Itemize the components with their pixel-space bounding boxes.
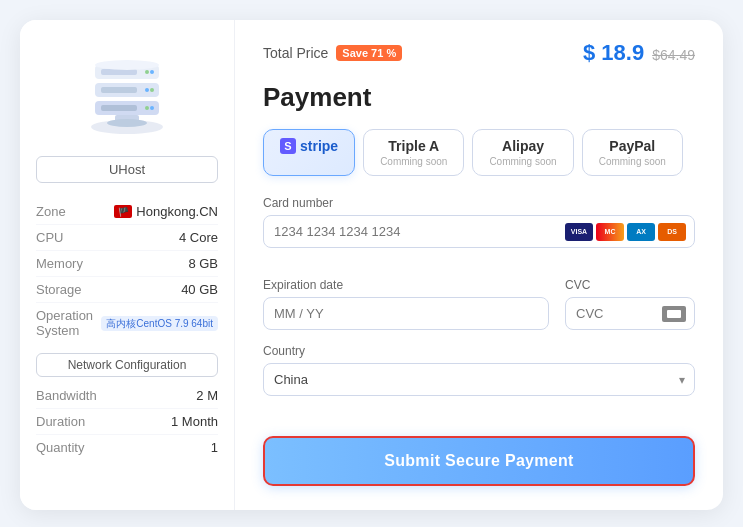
network-config-button[interactable]: Network Configuration: [36, 353, 218, 377]
price-original: $64.49: [652, 47, 695, 63]
main-card: UHost Zone 🏴 Hongkong.CN CPU 4 Core Memo…: [20, 20, 723, 510]
tab-alipay[interactable]: Alipay Comming soon: [472, 129, 573, 176]
svg-point-8: [150, 106, 154, 110]
memory-value: 8 GB: [188, 256, 218, 271]
spec-row-storage: Storage 40 GB: [36, 277, 218, 303]
zone-label: Zone: [36, 204, 66, 219]
cpu-label: CPU: [36, 230, 63, 245]
uhost-button[interactable]: UHost: [36, 156, 218, 183]
card-number-input[interactable]: [264, 216, 565, 247]
cvc-label: CVC: [565, 278, 695, 292]
svg-point-5: [145, 70, 149, 74]
mastercard-icon: MC: [596, 223, 624, 241]
hk-flag: 🏴: [114, 205, 132, 218]
card-icons: VISA MC AX DS: [565, 223, 694, 241]
server-illustration: [67, 40, 187, 140]
duration-value: 1 Month: [171, 414, 218, 429]
expiry-input[interactable]: [264, 298, 548, 329]
card-number-label: Card number: [263, 196, 695, 210]
svg-point-9: [145, 106, 149, 110]
cvc-card-icon: [662, 306, 686, 322]
tab-paypal-coming: Comming soon: [599, 156, 666, 167]
tab-stripe[interactable]: S stripe: [263, 129, 355, 176]
svg-point-6: [150, 88, 154, 92]
price-current: $ 18.9: [583, 40, 644, 66]
quantity-label: Quantity: [36, 440, 84, 455]
spec-row-os: Operation System 高内核CentOS 7.9 64bit: [36, 303, 218, 343]
expiry-cvc-row: Expiration date CVC: [263, 278, 695, 330]
country-select-wrap: China United States United Kingdom Japan…: [263, 363, 695, 396]
tab-alipay-label: Alipay: [489, 138, 556, 154]
visa-icon: VISA: [565, 223, 593, 241]
zone-value: 🏴 Hongkong.CN: [114, 204, 218, 219]
storage-label: Storage: [36, 282, 82, 297]
expiry-input-wrap: [263, 297, 549, 330]
card-number-input-wrap: VISA MC AX DS: [263, 215, 695, 248]
svg-point-15: [107, 119, 147, 127]
spec-row-cpu: CPU 4 Core: [36, 225, 218, 251]
spec-row-zone: Zone 🏴 Hongkong.CN: [36, 199, 218, 225]
expiry-group: Expiration date: [263, 278, 549, 330]
spec-row-duration: Duration 1 Month: [36, 409, 218, 435]
svg-point-4: [150, 70, 154, 74]
country-select[interactable]: China United States United Kingdom Japan…: [263, 363, 695, 396]
os-badge: 高内核CentOS 7.9 64bit: [101, 316, 218, 331]
spec-table: Zone 🏴 Hongkong.CN CPU 4 Core Memory 8 G…: [36, 199, 218, 343]
left-panel: UHost Zone 🏴 Hongkong.CN CPU 4 Core Memo…: [20, 20, 235, 510]
cvc-group: CVC: [565, 278, 695, 330]
cpu-value: 4 Core: [179, 230, 218, 245]
country-group: Country China United States United Kingd…: [263, 344, 695, 412]
svg-point-13: [95, 60, 159, 70]
bandwidth-label: Bandwidth: [36, 388, 97, 403]
spec-row-bandwidth: Bandwidth 2 M: [36, 383, 218, 409]
save-badge: Save 71 %: [336, 45, 402, 61]
svg-point-7: [145, 88, 149, 92]
total-price-row: Total Price Save 71 % $ 18.9 $64.49: [263, 40, 695, 66]
duration-label: Duration: [36, 414, 85, 429]
discover-icon: DS: [658, 223, 686, 241]
memory-label: Memory: [36, 256, 83, 271]
tab-paypal-label: PayPal: [599, 138, 666, 154]
tab-triple-a-label: Triple A: [380, 138, 447, 154]
extra-specs: Bandwidth 2 M Duration 1 Month Quantity …: [36, 383, 218, 460]
cvc-input-wrap: [565, 297, 695, 330]
country-label: Country: [263, 344, 695, 358]
amex-icon: AX: [627, 223, 655, 241]
tab-alipay-coming: Comming soon: [489, 156, 556, 167]
expiry-label: Expiration date: [263, 278, 549, 292]
quantity-value: 1: [211, 440, 218, 455]
right-panel: Total Price Save 71 % $ 18.9 $64.49 Paym…: [235, 20, 723, 510]
total-price-label: Total Price: [263, 45, 328, 61]
card-number-group: Card number VISA MC AX DS: [263, 196, 695, 264]
spec-row-memory: Memory 8 GB: [36, 251, 218, 277]
submit-payment-button[interactable]: Submit Secure Payment: [263, 436, 695, 486]
tab-paypal[interactable]: PayPal Comming soon: [582, 129, 683, 176]
payment-title: Payment: [263, 82, 695, 113]
total-price-left: Total Price Save 71 %: [263, 45, 402, 61]
tab-stripe-label: S stripe: [280, 138, 338, 154]
os-value: 高内核CentOS 7.9 64bit: [101, 315, 218, 331]
cvc-input[interactable]: [566, 298, 662, 329]
storage-value: 40 GB: [181, 282, 218, 297]
stripe-s-icon: S: [280, 138, 296, 154]
svg-rect-12: [101, 105, 137, 111]
price-display: $ 18.9 $64.49: [583, 40, 695, 66]
tab-triple-a[interactable]: Triple A Comming soon: [363, 129, 464, 176]
payment-tabs: S stripe Triple A Comming soon Alipay Co…: [263, 129, 695, 176]
spec-row-quantity: Quantity 1: [36, 435, 218, 460]
bandwidth-value: 2 M: [196, 388, 218, 403]
os-label: Operation System: [36, 308, 101, 338]
tab-triple-a-coming: Comming soon: [380, 156, 447, 167]
svg-rect-11: [101, 87, 137, 93]
